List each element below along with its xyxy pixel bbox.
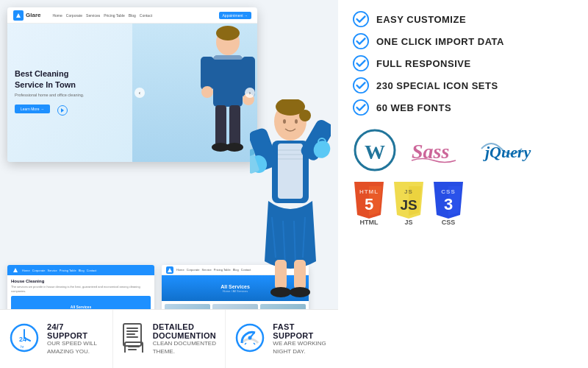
feature-label-3: FULL RESPONSIVE: [376, 58, 471, 69]
documentation-text: DETAILED DOCUMENTION CLEAN DOCUMENTED TH…: [153, 322, 217, 355]
svg-text:3: 3: [444, 195, 453, 213]
sass-logo: Sass: [408, 132, 467, 169]
jquery-svg: jQuery: [478, 132, 551, 166]
check-icon-2: [353, 33, 369, 49]
svg-rect-51: [294, 260, 306, 289]
preview3-logo: [166, 266, 173, 274]
svg-text:W: W: [365, 141, 385, 163]
support-item: 24 hr 24/7 SUPPORT OUR SPEED WILL AMAZIN…: [0, 310, 113, 368]
play-button[interactable]: [57, 105, 68, 116]
feature-icon-sets: 230 SPECIAL ICON SETS: [353, 77, 573, 93]
svg-rect-19: [126, 328, 138, 329]
svg-point-52: [270, 287, 291, 297]
svg-point-59: [354, 78, 368, 93]
feature-easy-customize: EASY CUSTOMIZE: [353, 11, 573, 27]
preview2-logo-icon: [12, 266, 19, 274]
fast-support-item: FAST SUPPORT WE ARE WORKING NIGHT DAY.: [226, 310, 338, 368]
fast-support-subtitle: WE ARE WORKING NIGHT DAY.: [273, 340, 329, 355]
nav-home: Home: [52, 13, 62, 18]
preview-2-nav: HomeCorporateServicePricing TableBlogCon…: [7, 265, 154, 275]
preview3-title: All Services: [220, 284, 250, 289]
svg-rect-4: [201, 57, 214, 90]
feature-label-1: EASY CUSTOMIZE: [376, 14, 466, 25]
feature-label-2: ONE CLICK IMPORT DATA: [376, 36, 504, 47]
svg-text:CSS: CSS: [441, 188, 455, 195]
svg-text:hr: hr: [21, 344, 24, 349]
check-icon-5: [353, 99, 369, 116]
svg-point-58: [354, 56, 368, 71]
documentation-subtitle: CLEAN DOCUMENTED THEME.: [153, 340, 217, 355]
feature-label-5: 60 WEB FONTS: [376, 102, 451, 113]
speedometer-icon: [234, 322, 265, 353]
hero-background: [132, 24, 257, 162]
wordpress-svg: W: [353, 128, 397, 172]
svg-point-57: [354, 34, 368, 49]
documentation-item: DETAILED DOCUMENTION CLEAN DOCUMENTED TH…: [113, 310, 226, 368]
svg-point-6: [201, 86, 213, 98]
carousel-prev[interactable]: ‹: [135, 88, 145, 98]
hero-left-content: Best CleaningService In Town Professiona…: [7, 24, 132, 162]
svg-text:JS: JS: [404, 188, 413, 195]
html5-svg: HTML 5: [353, 182, 385, 219]
nav-services: Services: [86, 13, 100, 18]
svg-point-35: [295, 119, 298, 124]
preview2-text: The services we provide in house cleanin…: [11, 285, 151, 293]
svg-marker-0: [61, 108, 64, 113]
hero-right-image: ‹ ›: [132, 24, 257, 162]
svg-rect-3: [213, 55, 243, 107]
svg-rect-8: [215, 105, 226, 146]
cleaner-woman-overlay: [250, 99, 331, 305]
feature-web-fonts: 60 WEB FONTS: [353, 99, 573, 116]
check-icon-3: [353, 55, 369, 71]
css3-svg: CSS 3: [432, 182, 465, 219]
preview2-heading: House Cleaning: [11, 279, 151, 283]
sass-svg: Sass: [408, 132, 467, 166]
preview3-nav-links: HomeCorporateServicePricing TableBlogCon…: [176, 268, 251, 272]
tech-row-2: HTML 5 HTML JS JS JS: [353, 182, 573, 226]
html5-badge-wrap: HTML 5 HTML: [353, 182, 385, 226]
css3-badge-wrap: CSS 3 CSS: [432, 182, 465, 226]
hero-title: Best CleaningService In Town: [15, 68, 125, 90]
support-subtitle: OUR SPEED WILL AMAZING YOU.: [47, 340, 104, 355]
jquery-logo: jQuery: [478, 132, 551, 169]
documentation-title: DETAILED DOCUMENTION: [153, 322, 217, 340]
js-badge-wrap: JS JS JS: [392, 182, 425, 226]
hero-nav-links: Home Corporate Services Pricing Table Bl…: [52, 13, 152, 18]
svg-point-2: [216, 26, 240, 40]
svg-rect-37: [278, 144, 303, 199]
clock-icon: 24 hr: [9, 322, 40, 353]
wordpress-logo: W: [353, 128, 397, 172]
svg-line-29: [245, 343, 246, 344]
document-icon-wrap: [122, 323, 146, 355]
svg-rect-38: [278, 149, 303, 151]
svg-point-11: [226, 143, 243, 152]
support-text: 24/7 SUPPORT OUR SPEED WILL AMAZING YOU.: [47, 322, 104, 355]
document-icon: [122, 323, 146, 353]
carousel-next[interactable]: ›: [245, 88, 255, 98]
svg-point-56: [354, 12, 368, 26]
svg-rect-21: [126, 333, 135, 335]
svg-rect-9: [229, 105, 240, 146]
nav-cta-button[interactable]: Appointment →: [219, 12, 251, 19]
svg-point-33: [299, 110, 311, 121]
svg-line-30: [254, 343, 255, 344]
tech-logos: W Sass jQuery: [353, 124, 573, 226]
feature-responsive: FULL RESPONSIVE: [353, 55, 573, 71]
hero-learn-more[interactable]: Learn More →: [15, 105, 50, 113]
hero-content: Best CleaningService In Town Professiona…: [7, 24, 257, 162]
check-icon-4: [353, 77, 369, 93]
svg-point-34: [283, 119, 286, 124]
nav-blog: Blog: [129, 13, 136, 18]
tech-row-1: W Sass jQuery: [353, 128, 573, 172]
svg-text:JS: JS: [400, 197, 417, 213]
bottom-section: 24 hr 24/7 SUPPORT OUR SPEED WILL AMAZIN…: [0, 309, 338, 368]
check-icon-1: [353, 11, 369, 27]
fast-support-title: FAST SUPPORT: [273, 322, 329, 340]
preview3-subtitle: Home / All Services: [220, 289, 250, 293]
css3-label: CSS: [442, 219, 456, 226]
hero-logo: Glare: [13, 10, 40, 21]
feature-one-click: ONE CLICK IMPORT DATA: [353, 33, 573, 49]
js-svg: JS JS: [392, 182, 425, 219]
svg-rect-12: [213, 55, 243, 60]
svg-point-53: [290, 287, 310, 297]
